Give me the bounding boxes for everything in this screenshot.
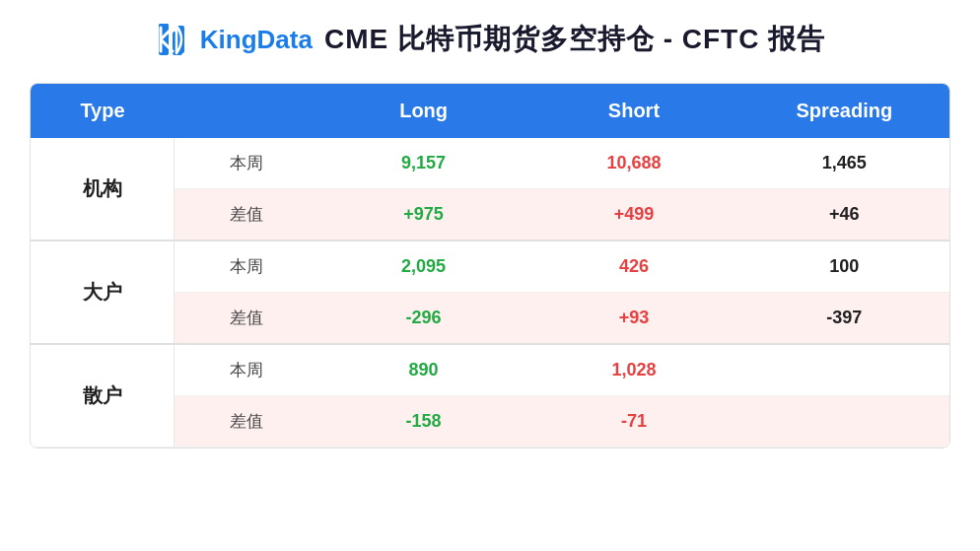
short-value: 426 [528,241,738,293]
data-table-wrapper: Type Long Short Spreading 机构本周9,15710,68… [30,83,950,448]
kingdata-logo-icon [155,20,194,59]
spreading-value: 100 [739,241,949,293]
type-cell: 大户 [31,241,175,344]
spreading-value: -397 [739,293,949,345]
logo: KingData [155,20,313,59]
short-value: 1,028 [528,344,738,396]
long-value: -158 [318,396,528,448]
table-row: 机构本周9,15710,6881,465 [31,138,949,189]
sub-label-cell: 本周 [175,138,318,189]
page-header: KingData CME 比特币期货多空持仓 - CFTC 报告 [30,20,950,59]
long-value: 9,157 [318,138,528,189]
cftc-table: Type Long Short Spreading 机构本周9,15710,68… [31,84,949,448]
table-row: 大户本周2,095426100 [31,241,949,293]
sub-label-cell: 差值 [175,396,318,448]
spreading-value: 1,465 [739,138,949,189]
long-value: 890 [318,344,528,396]
long-value: +975 [318,189,528,241]
table-row: 散户本周8901,028 [31,344,949,396]
sub-label-cell: 本周 [175,241,318,293]
spreading-value [739,344,949,396]
long-value: 2,095 [318,241,528,293]
sub-label-cell: 本周 [175,344,318,396]
col-type: Type [31,84,175,138]
logo-text: KingData [200,25,313,55]
sub-label-cell: 差值 [175,293,318,345]
type-cell: 散户 [31,344,175,448]
col-empty [175,84,318,138]
table-header-row: Type Long Short Spreading [31,84,949,138]
page-title: CME 比特币期货多空持仓 - CFTC 报告 [324,21,825,58]
long-value: -296 [318,293,528,345]
col-spreading: Spreading [739,84,949,138]
type-cell: 机构 [31,138,175,241]
short-value: +93 [528,293,738,345]
short-value: -71 [528,396,738,448]
col-long: Long [318,84,528,138]
spreading-value [739,396,949,448]
spreading-value: +46 [739,189,949,241]
short-value: 10,688 [528,138,738,189]
col-short: Short [528,84,738,138]
sub-label-cell: 差值 [175,189,318,241]
short-value: +499 [528,189,738,241]
